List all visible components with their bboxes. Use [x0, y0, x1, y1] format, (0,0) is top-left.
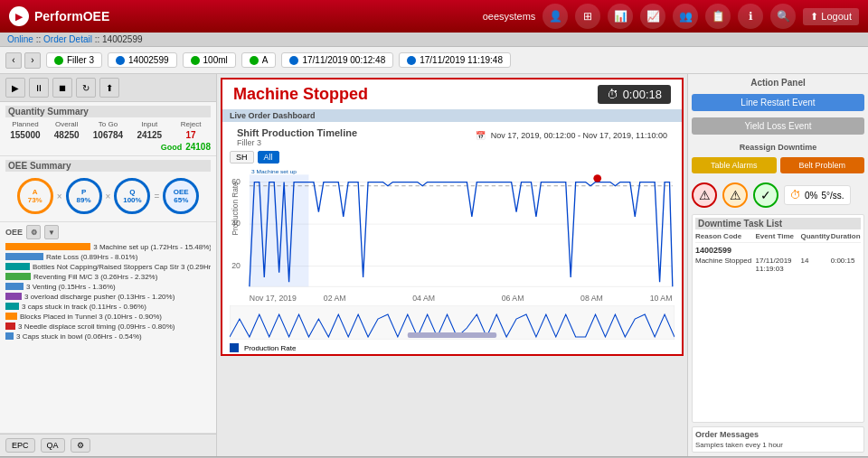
val-reject: 17: [171, 130, 211, 140]
epc-button[interactable]: EPC: [5, 438, 35, 453]
downtime-row: Machine Stopped 17/11/2019 11:19:03 14 0…: [695, 256, 861, 274]
tab-volume-label: 100ml: [203, 55, 228, 65]
oee-circle-q: Q 100%: [114, 178, 150, 214]
status-orange-icon: ⚠: [730, 188, 741, 202]
yield-loss-button[interactable]: Yield Loss Event: [692, 117, 864, 135]
info-icon[interactable]: ℹ: [738, 4, 763, 29]
toolbar-pause[interactable]: ⏸: [29, 78, 49, 98]
oee-settings-btn[interactable]: ⚙: [26, 225, 41, 239]
username: oeesystems: [483, 11, 536, 22]
tab-type-icon: [250, 56, 259, 65]
toolbar-export[interactable]: ⬆: [99, 78, 119, 98]
x-label-08am: 08 AM: [580, 294, 603, 303]
oee-q-value: 100%: [123, 196, 141, 204]
tab-volume[interactable]: 100ml: [183, 52, 236, 68]
tab-filler[interactable]: Filler 3: [46, 52, 102, 68]
people-icon[interactable]: 👥: [673, 4, 698, 29]
bar-5: [5, 293, 22, 300]
tab-end-time[interactable]: 17/11/2019 11:19:48: [399, 52, 511, 68]
bar-label-4: 3 Venting (0.15Hrs - 1.36%): [26, 283, 116, 291]
user-icon[interactable]: 👤: [542, 4, 568, 29]
logout-button[interactable]: ⬆ Logout: [803, 8, 859, 25]
search-icon[interactable]: 🔍: [770, 4, 796, 29]
right-panel: Action Panel Line Restart Event Yield Lo…: [687, 74, 868, 456]
status-red: ⚠: [692, 182, 717, 208]
tab-type-label: A: [262, 55, 269, 65]
toolbar-stop[interactable]: ⏹: [52, 78, 72, 98]
quantity-summary: Quantity Summary Planned Overall To Go I…: [0, 102, 216, 156]
x-label-06am: 06 AM: [502, 294, 524, 303]
chart-svg: 60 40 20 Production Rate 3 Machine set u…: [230, 165, 675, 305]
status-green: ✓: [753, 182, 778, 208]
toolbar-refresh[interactable]: ↻: [76, 78, 96, 98]
shift-tab-sh[interactable]: SH: [230, 151, 254, 164]
shift-tab-all[interactable]: All: [258, 151, 279, 164]
val-input: 24125: [129, 130, 169, 140]
header-right: oeesystems 👤 ⊞ 📊 📈 👥 📋 ℹ 🔍 ⬆ Logout: [483, 4, 859, 29]
oee-multiply-2: ×: [106, 192, 111, 201]
belt-problem-button[interactable]: Belt Problem: [780, 157, 865, 173]
chart-date-range: Nov 17, 2019, 00:12:00 - Nov 17, 2019, 1…: [491, 131, 667, 140]
legend-box: [230, 343, 239, 352]
val-togo: 106784: [89, 130, 128, 140]
mini-chart-svg: [230, 305, 675, 340]
oee-circle-p: P 89%: [66, 178, 102, 214]
legend-label: Production Rate: [244, 344, 296, 352]
report-icon[interactable]: 📋: [705, 4, 731, 29]
machine-stopped-box: Machine Stopped ⏱ 0:00:18 Live Order Das…: [221, 78, 684, 356]
dt-quantity: 14: [800, 257, 830, 273]
oee-a-label: A: [33, 188, 38, 196]
trend-icon[interactable]: 📈: [640, 4, 665, 29]
order-messages-title: Order Messages: [695, 430, 861, 439]
alert-dot: [593, 174, 601, 182]
qa-button[interactable]: QA: [41, 438, 65, 453]
tab-start-time[interactable]: 17/11/2019 00:12:48: [281, 52, 393, 68]
breadcrumb-order-detail[interactable]: Order Detail: [43, 34, 92, 44]
bar-4: [5, 283, 24, 290]
val-planned: 155000: [5, 130, 45, 140]
tab-prev-button[interactable]: ‹: [5, 52, 22, 69]
mini-chart: [222, 305, 682, 341]
line-restart-button[interactable]: Line Restart Event: [692, 94, 864, 111]
col-togo: To Go: [89, 120, 128, 128]
x-label-date: Nov 17, 2019: [250, 294, 297, 303]
bar-label-3: Reventing Fill M/C 3 (0.26Hrs - 2.32%): [33, 273, 157, 281]
oee-p-label: P: [81, 188, 86, 196]
timer-icon: ⏱: [607, 88, 618, 101]
bar-1: [5, 253, 43, 260]
x-label-02am: 02 AM: [324, 294, 346, 303]
col-overall: Overall: [47, 120, 87, 128]
tab-next-button[interactable]: ›: [24, 52, 41, 69]
oee-filter-btn[interactable]: ▼: [44, 225, 59, 239]
bar-label-7: Blocks Placed in Tunnel 3 (0.10Hrs - 0.9…: [20, 313, 162, 321]
bar-label-0: 3 Machine set up (1.72Hrs - 15.48%): [93, 243, 211, 251]
oee-circles: A 73% × P 89% × Q 100% = OEE 65%: [5, 174, 211, 218]
oee-bar-item-7: Blocks Placed in Tunnel 3 (0.10Hrs - 0.9…: [5, 312, 211, 321]
x-label-10am: 10 AM: [650, 294, 673, 303]
oee-bar-item-6: 3 caps stuck in track (0.11Hrs - 0.96%): [5, 302, 211, 311]
chart-icon[interactable]: 📊: [608, 4, 633, 29]
tab-order[interactable]: 14002599: [108, 52, 177, 68]
table-alarms-button[interactable]: Table Alarms: [692, 157, 777, 173]
app-header: ▶ PerformOEE oeesystems 👤 ⊞ 📊 📈 👥 📋 ℹ 🔍 …: [0, 0, 868, 33]
alarm-btn-row: Table Alarms Belt Problem: [692, 157, 864, 173]
network-icon[interactable]: ⊞: [575, 4, 600, 29]
tab-start-label: 17/11/2019 00:12:48: [302, 55, 385, 65]
bar-9: [5, 332, 14, 340]
val-good: 24108: [185, 142, 211, 152]
bar-label-8: 3 Needle displace scroll timing (0.09Hrs…: [18, 322, 175, 331]
chart-title: Shift Production Timeline: [230, 124, 364, 138]
tab-type[interactable]: A: [241, 52, 277, 68]
status-orange: ⚠: [722, 182, 748, 208]
chart-subtitle: Filler 3: [230, 138, 364, 149]
settings-button[interactable]: ⚙: [71, 438, 90, 453]
machine-stopped-title: Machine Stopped: [233, 85, 368, 104]
breadcrumb-online[interactable]: Online: [7, 34, 33, 44]
toolbar-play[interactable]: ▶: [5, 78, 25, 98]
oee-equals: =: [154, 192, 159, 201]
order-messages: Order Messages Samples taken evey 1 hour: [692, 426, 864, 453]
scroll-indicator[interactable]: [408, 332, 496, 338]
tab-start-icon: [289, 56, 298, 65]
oee-bar-item-5: 3 overload discharge pusher (0.13Hrs - 1…: [5, 292, 211, 301]
gauge-icon: ⏱: [790, 189, 801, 201]
